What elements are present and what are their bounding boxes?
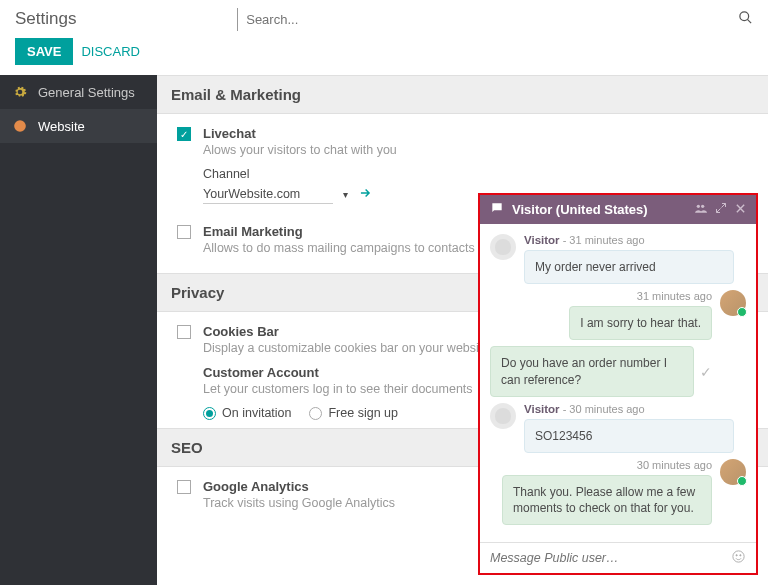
message-row: 30 minutes ago Thank you. Please allow m… (490, 459, 746, 525)
message-sender: Visitor (524, 234, 560, 246)
message-sender: Visitor (524, 403, 560, 415)
radio-label: On invitation (222, 406, 291, 420)
radio-dot-icon (203, 407, 216, 420)
message-bubble: I am sorry to hear that. (569, 306, 712, 340)
message-bubble: My order never arrived (524, 250, 734, 284)
search-input[interactable] (237, 8, 577, 31)
chat-title: Visitor (United States) (512, 202, 686, 217)
close-icon[interactable] (735, 202, 746, 217)
svg-point-7 (740, 555, 741, 556)
page-title: Settings (15, 9, 76, 29)
message-bubble: Thank you. Please allow me a few moments… (502, 475, 712, 525)
setting-title: Livechat (203, 126, 754, 141)
message-bubble: Do you have an order number I can refere… (490, 346, 694, 396)
agent-avatar (720, 459, 746, 485)
checkbox-google-analytics[interactable] (177, 480, 191, 494)
chat-input-bar (480, 542, 756, 573)
checkbox-email-marketing[interactable] (177, 225, 191, 239)
setting-desc: Alows your visitors to chat with you (203, 143, 754, 157)
emoji-icon[interactable] (731, 549, 746, 567)
radio-dot-icon (309, 407, 322, 420)
message-time: - 30 minutes ago (563, 403, 645, 415)
svg-line-1 (747, 19, 751, 23)
message-row: Do you have an order number I can refere… (490, 346, 746, 396)
radio-label: Free sign up (328, 406, 397, 420)
chevron-down-icon[interactable]: ▾ (343, 189, 348, 200)
svg-point-3 (697, 204, 700, 207)
sidebar-item-label: Website (38, 119, 85, 134)
livechat-window: Visitor (United States) Visitor - 31 min… (478, 193, 758, 575)
message-row: Visitor - 31 minutes ago My order never … (490, 234, 746, 284)
message-row: Visitor - 30 minutes ago SO123456 (490, 403, 746, 453)
agent-avatar (720, 290, 746, 316)
svg-point-5 (733, 551, 744, 562)
svg-point-6 (736, 555, 737, 556)
search-icon[interactable] (738, 10, 753, 28)
save-button[interactable]: SAVE (15, 38, 73, 65)
expand-icon[interactable] (715, 202, 727, 217)
sidebar: General Settings Website (0, 75, 157, 585)
globe-icon (12, 118, 28, 134)
channel-label: Channel (203, 167, 754, 181)
users-icon[interactable] (694, 202, 707, 218)
svg-point-4 (701, 204, 704, 207)
chat-header[interactable]: Visitor (United States) (480, 195, 756, 224)
channel-select[interactable] (203, 185, 333, 204)
visitor-avatar (490, 403, 516, 429)
discard-button[interactable]: DISCARD (81, 44, 140, 59)
message-row: 31 minutes ago I am sorry to hear that. (490, 290, 746, 340)
message-bubble: SO123456 (524, 419, 734, 453)
message-time: 31 minutes ago (637, 290, 712, 302)
sidebar-item-website[interactable]: Website (0, 109, 157, 143)
chat-message-input[interactable] (490, 551, 723, 565)
chat-body[interactable]: Visitor - 31 minutes ago My order never … (480, 224, 756, 542)
sidebar-item-general[interactable]: General Settings (0, 75, 157, 109)
svg-point-2 (14, 120, 26, 132)
gear-icon (12, 84, 28, 100)
section-header-email: Email & Marketing (157, 75, 768, 114)
radio-free-signup[interactable]: Free sign up (309, 406, 397, 420)
external-link-icon[interactable] (358, 186, 372, 203)
message-time: - 31 minutes ago (563, 234, 645, 246)
message-time: 30 minutes ago (637, 459, 712, 471)
svg-point-0 (740, 12, 749, 21)
checkbox-cookies[interactable] (177, 325, 191, 339)
sidebar-item-label: General Settings (38, 85, 135, 100)
checkbox-livechat[interactable]: ✓ (177, 127, 191, 141)
radio-on-invitation[interactable]: On invitation (203, 406, 291, 420)
check-icon: ✓ (700, 364, 712, 380)
visitor-avatar (490, 234, 516, 260)
chat-icon (490, 201, 504, 218)
